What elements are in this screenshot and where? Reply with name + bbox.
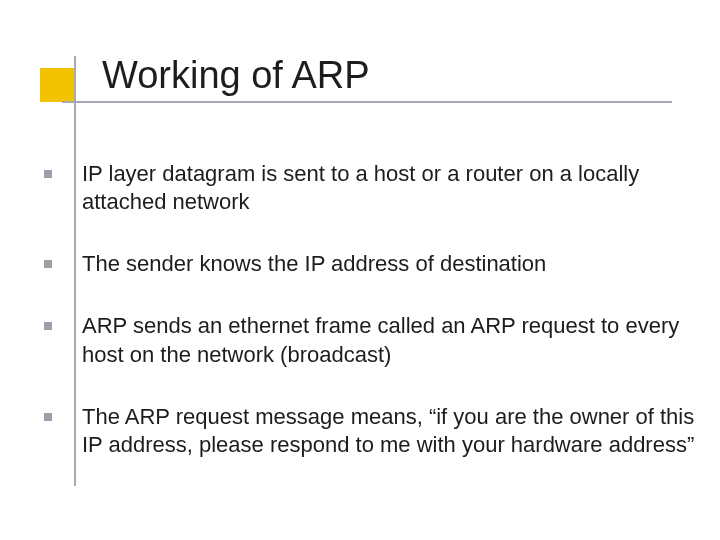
list-item: The ARP request message means, “if you a… xyxy=(26,403,696,459)
list-item: IP layer datagram is sent to a host or a… xyxy=(26,160,696,216)
list-item: ARP sends an ethernet frame called an AR… xyxy=(26,312,696,368)
slide-title: Working of ARP xyxy=(102,54,370,97)
accent-horizontal-line xyxy=(62,101,672,103)
slide-body: IP layer datagram is sent to a host or a… xyxy=(26,160,696,493)
bullet-list: IP layer datagram is sent to a host or a… xyxy=(26,160,696,459)
list-item: The sender knows the IP address of desti… xyxy=(26,250,696,278)
accent-square xyxy=(40,68,74,102)
